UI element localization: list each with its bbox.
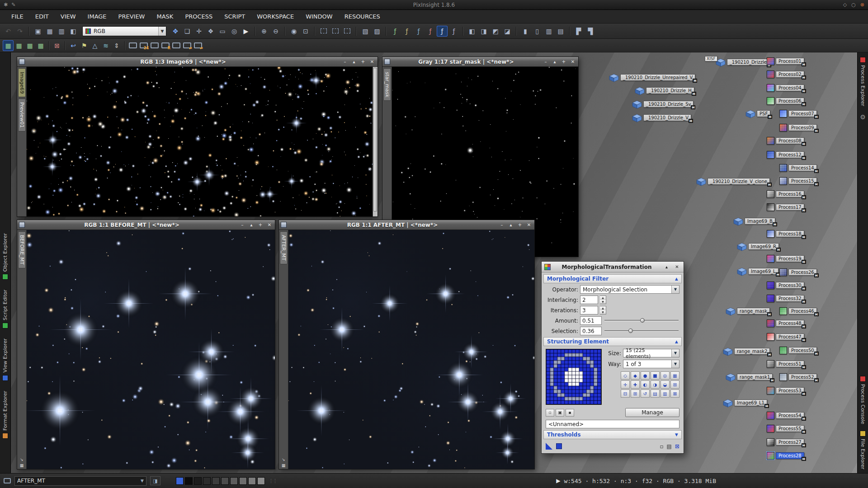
desktop-icon-Process19[interactable]: Process19M xyxy=(767,255,804,263)
desktop-icon-_190210_Drizzle_V[interactable]: _190210_Drizzle_VM xyxy=(632,114,691,122)
structure-name-field[interactable]: <Unnamed> xyxy=(546,420,679,428)
doc-list-icon[interactable]: ▤ xyxy=(555,26,566,37)
structuring-preset-button[interactable]: ⊞ xyxy=(670,380,679,389)
fit-view-icon[interactable]: ⊡ xyxy=(300,26,311,37)
workspace-1-icon[interactable]: ▦ xyxy=(3,40,14,51)
menu-window[interactable]: WINDOW xyxy=(300,11,339,22)
section-morphological-filter[interactable]: Morphological Filter ▲ xyxy=(543,274,682,283)
monitor-stf-icon[interactable] xyxy=(151,42,159,48)
view-tab-BEFORE_MT[interactable]: BEFORE_MT xyxy=(18,231,26,268)
selection-slider[interactable] xyxy=(604,327,679,335)
desktop-icon-Process01[interactable]: Process01M xyxy=(767,57,804,65)
desktop-icon-Process04[interactable]: Process04M xyxy=(767,84,804,92)
desktop-icon-Process28[interactable]: Process28M xyxy=(767,452,804,460)
desktop-icon-Process30[interactable]: Process30M xyxy=(767,282,804,289)
desktop-icon-Process07[interactable]: Process07M xyxy=(779,110,817,117)
zoom-button[interactable]: + xyxy=(560,58,567,65)
statusbar-swatch[interactable] xyxy=(185,477,193,485)
desktop-icon-Process08[interactable]: Process08M xyxy=(767,137,804,145)
desktop-icon-range_mask1[interactable]: range_mask1M xyxy=(726,373,773,382)
close-button[interactable]: ✕ xyxy=(569,58,576,65)
display-channels-icon[interactable]: ◧ xyxy=(68,26,79,37)
structuring-preset-button[interactable]: ▦ xyxy=(670,371,679,380)
minimize-button[interactable]: – xyxy=(542,58,549,65)
way-combo[interactable]: 1 of 3 ▼ xyxy=(623,360,679,368)
desktop-icon-PSF[interactable]: PSFM xyxy=(745,110,770,118)
dock-file-explorer[interactable]: File Explorer xyxy=(860,431,866,469)
shade-button[interactable]: ▴ xyxy=(507,221,514,228)
structuring-preset-button[interactable]: ✛ xyxy=(621,380,630,389)
split-right-icon[interactable]: ▜ xyxy=(585,26,596,37)
preview-from-selection-icon[interactable]: ▧ xyxy=(360,26,371,37)
amount-slider[interactable] xyxy=(604,316,679,325)
window-resize-grips[interactable]: ↘▦ xyxy=(282,457,286,469)
desktop-icon-Process02[interactable]: Process02M xyxy=(767,70,804,78)
statusbar-swatch[interactable] xyxy=(194,477,202,485)
desktop-icon-range_mask[interactable]: range_maskM xyxy=(726,307,770,316)
menu-mask[interactable]: MASK xyxy=(151,11,179,22)
section-thresholds[interactable]: Thresholds ▼ xyxy=(543,430,682,439)
structuring-preset-button[interactable]: ▥ xyxy=(660,389,670,398)
desktop-icon-Image69_R[interactable]: Image69_RM xyxy=(737,243,779,251)
window-titlebar[interactable]: RGB 1:1 BEFORE_MT | <*new*> –▴+✕ xyxy=(17,220,275,230)
desktop-icon-Process46[interactable]: Process46M xyxy=(779,307,817,315)
zoom-1-1-icon[interactable]: ◉ xyxy=(288,26,299,37)
structuring-preset-button[interactable]: ✚ xyxy=(631,380,640,389)
dynamic-operation-icon[interactable]: ❖ xyxy=(205,26,216,37)
dock-script-editor[interactable]: Script Editor xyxy=(2,290,8,328)
dock-object-explorer[interactable]: Object Explorer xyxy=(2,233,8,280)
pan-mode-icon[interactable]: ✥ xyxy=(170,26,181,37)
desktop-icon-Process52[interactable]: Process52M xyxy=(779,373,817,381)
view-properties-icon[interactable]: ▣ xyxy=(33,26,43,37)
desktop-icon-Process26[interactable]: Process26M xyxy=(779,268,817,276)
desktop-icon-Process32[interactable]: Process32M xyxy=(767,295,804,302)
window-titlebar[interactable]: RGB 1:3 Image69 | <*new*> –▴+✕ xyxy=(17,57,377,67)
structuring-preset-button[interactable]: ⊟ xyxy=(621,389,630,398)
menu-resources[interactable]: RESOURCES xyxy=(339,11,386,22)
shade-button[interactable]: ▴ xyxy=(248,221,255,228)
process-clone-icon[interactable]: ƒ xyxy=(413,26,424,37)
panel-toggle-button[interactable]: ◨ xyxy=(150,476,160,485)
statusbar-swatch[interactable] xyxy=(257,477,265,485)
browse-documentation-button[interactable]: ▤ xyxy=(667,443,672,450)
morphological-transformation-dialog[interactable]: MorphologicalTransformation ▴ ✕ Morpholo… xyxy=(541,261,684,454)
minimize-button[interactable]: – xyxy=(498,221,505,228)
desktop-icon-Process12[interactable]: Process12M xyxy=(767,151,804,159)
structuring-preset-button[interactable]: ■ xyxy=(651,371,660,380)
iterations-spinner[interactable]: ▲▼ xyxy=(600,306,606,314)
desktop-icon-Process15[interactable]: Process15M xyxy=(779,177,817,185)
menu-edit[interactable]: EDIT xyxy=(29,11,55,22)
statusbar-swatch[interactable] xyxy=(239,477,247,485)
structuring-preset-button[interactable]: ◎ xyxy=(660,371,670,380)
desktop-icon-range_mask2[interactable]: range_mask2M xyxy=(723,347,770,356)
dock-process-console[interactable]: Process Console xyxy=(860,376,866,424)
structuring-preset-button[interactable]: ◒ xyxy=(660,380,670,389)
mask-range-icon[interactable]: ⇕ xyxy=(111,40,122,51)
desktop-icon-Process06[interactable]: Process06M xyxy=(767,97,804,105)
desktop-icon-Image69_L1[interactable]: Image69_L1M xyxy=(723,399,767,408)
desktop-icon-Process48[interactable]: Process48M xyxy=(767,319,804,327)
image69-canvas[interactable] xyxy=(27,67,373,216)
redo-icon[interactable]: ↷ xyxy=(14,26,25,37)
dialog-shade-button[interactable]: ▴ xyxy=(663,263,670,270)
desktop-icon-Process09[interactable]: Process09M xyxy=(779,124,817,131)
desktop-icon-_190210_Drizzle_H[interactable]: _190210_Drizzle_HM xyxy=(635,87,694,95)
view-tab-star_mask[interactable]: star_mask xyxy=(383,68,391,101)
zoom-button[interactable]: + xyxy=(359,58,367,65)
undo-icon[interactable]: ↶ xyxy=(3,26,14,37)
view-tab-AFTER_MT[interactable]: AFTER_MT xyxy=(280,231,288,264)
view-tab-Image69[interactable]: Image69 xyxy=(18,68,26,97)
selection-input[interactable]: 0.36 xyxy=(580,327,602,335)
new-preview-mode-icon[interactable] xyxy=(318,26,329,37)
desktop-icon-Process14[interactable]: Process14M xyxy=(779,164,817,172)
pointer-mode-icon[interactable]: ▶ xyxy=(241,26,251,37)
structuring-preset-button[interactable]: ⊞ xyxy=(631,389,640,398)
desktop-icon-Process47[interactable]: Process47M xyxy=(767,333,804,341)
close-all-icon[interactable]: ⊠ xyxy=(52,40,62,51)
process-browser-icon[interactable]: ƒ xyxy=(437,26,448,37)
edit-preview-icon[interactable]: ▭ xyxy=(217,26,228,37)
menu-script[interactable]: SCRIPT xyxy=(218,11,251,22)
statusbar-swatch[interactable] xyxy=(221,477,229,485)
track-view-button[interactable]: ▫ xyxy=(660,443,663,450)
operator-combo[interactable]: Morphological Selection ▼ xyxy=(580,285,679,294)
